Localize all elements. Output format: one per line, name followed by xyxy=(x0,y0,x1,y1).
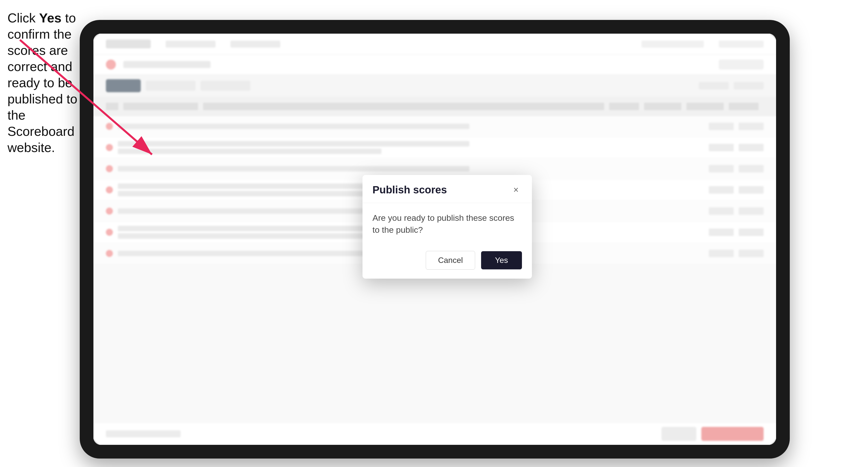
instruction-text: Click Yes to confirm the scores are corr… xyxy=(7,10,80,156)
modal-overlay: Publish scores × Are you ready to publis… xyxy=(93,34,776,445)
modal-title: Publish scores xyxy=(372,184,447,196)
publish-scores-dialog: Publish scores × Are you ready to publis… xyxy=(363,175,532,278)
modal-message: Are you ready to publish these scores to… xyxy=(372,212,522,236)
cancel-button[interactable]: Cancel xyxy=(426,251,475,270)
yes-button[interactable]: Yes xyxy=(481,251,522,270)
modal-header: Publish scores × xyxy=(363,175,532,203)
modal-footer: Cancel Yes xyxy=(363,245,532,279)
app-screen: Publish scores × Are you ready to publis… xyxy=(93,34,776,445)
modal-body: Are you ready to publish these scores to… xyxy=(363,203,532,245)
tablet-device: Publish scores × Are you ready to publis… xyxy=(80,20,790,459)
modal-close-button[interactable]: × xyxy=(510,184,522,196)
yes-emphasis: Yes xyxy=(39,11,62,25)
tablet-screen: Publish scores × Are you ready to publis… xyxy=(93,34,776,445)
